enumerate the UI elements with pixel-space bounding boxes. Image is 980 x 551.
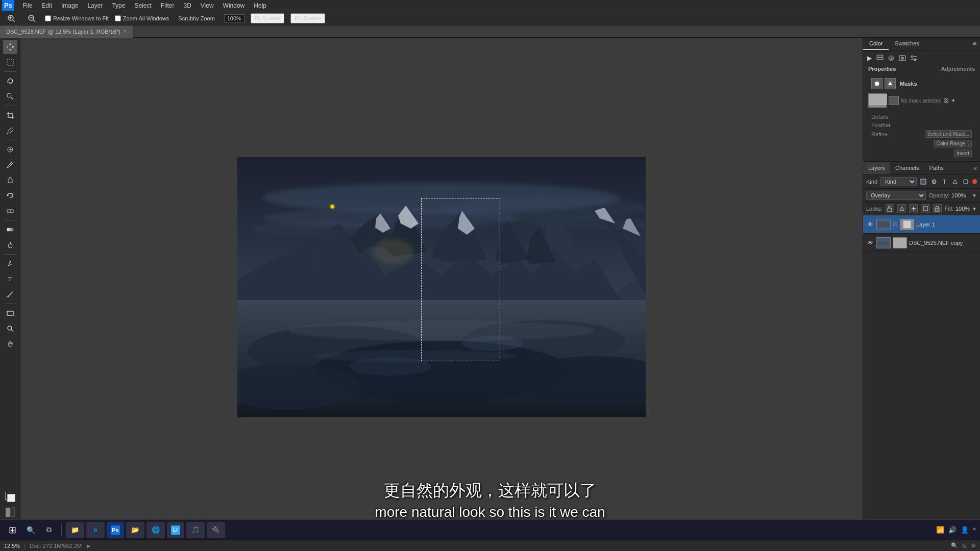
zoom-all-windows-checkbox[interactable]: Zoom All Windows xyxy=(115,15,169,21)
path-selection-tool[interactable] xyxy=(3,287,17,302)
foreground-background-color[interactable] xyxy=(3,490,17,504)
taskbar-lightroom-btn[interactable]: Lr xyxy=(167,522,184,538)
start-button[interactable]: ⊞ xyxy=(4,522,20,538)
tab-layers[interactable]: Layers xyxy=(863,162,890,174)
menu-window[interactable]: Window xyxy=(219,1,249,10)
select-mask-btn[interactable]: Select and Mask... xyxy=(925,130,972,138)
dodge-tool[interactable] xyxy=(3,238,17,252)
healing-brush-tool[interactable] xyxy=(3,142,17,157)
layer1-visibility-btn[interactable]: 👁 xyxy=(866,220,874,229)
volume-icon[interactable]: 🔊 xyxy=(948,526,957,534)
menu-view[interactable]: View xyxy=(197,1,218,10)
menu-layer[interactable]: Layer xyxy=(83,1,107,10)
status-icon-fx[interactable]: fx xyxy=(962,543,967,549)
taskbar-ps-btn[interactable]: Ps xyxy=(107,522,124,538)
filter-adjustment-btn[interactable] xyxy=(930,178,938,186)
opacity-arrow[interactable]: ▼ xyxy=(972,193,977,198)
layers-panel-icon[interactable] xyxy=(876,54,884,62)
taskbar-files-btn[interactable]: 📂 xyxy=(126,522,144,538)
brush-tool[interactable] xyxy=(3,158,17,172)
adjustment-icon[interactable] xyxy=(910,54,918,62)
taskbar-ie-btn[interactable]: e xyxy=(86,522,105,538)
mask-move-icon[interactable]: ✦ xyxy=(951,97,955,104)
network-icon[interactable]: 📶 xyxy=(936,526,944,534)
crop-tool[interactable] xyxy=(3,108,17,122)
filter-type-btn[interactable]: T xyxy=(941,178,948,186)
menu-edit[interactable]: Edit xyxy=(37,1,56,10)
layer-item-dsc[interactable]: 👁 DSC_9525.NEF copy xyxy=(863,234,980,252)
lock-transparent-btn[interactable] xyxy=(886,204,894,213)
tab-close-btn[interactable]: × xyxy=(124,29,127,34)
layer-item-layer1[interactable]: 👁 ⛓ Layer 1 xyxy=(863,215,980,234)
layers-collapse-btn[interactable]: « xyxy=(970,162,980,174)
status-arrow[interactable]: ► xyxy=(86,543,91,549)
canvas-area[interactable]: 更自然的外观，这样就可以了 more natural look so this … xyxy=(20,38,863,537)
eyedropper-tool[interactable] xyxy=(3,123,17,138)
filter-toggle-dot[interactable] xyxy=(972,179,977,184)
resize-windows-checkbox[interactable]: Resize Windows to Fit xyxy=(45,15,109,21)
mask-panel-icon[interactable] xyxy=(898,54,906,62)
hand-tool[interactable] xyxy=(3,337,17,351)
tab-channels[interactable]: Channels xyxy=(890,162,924,174)
blend-mode-select[interactable]: Overlay Normal Multiply Screen Soft Ligh… xyxy=(866,191,926,200)
zoom-out-btn[interactable] xyxy=(24,13,39,23)
filter-shape-btn[interactable] xyxy=(951,178,959,186)
zoom-tool-btn[interactable] xyxy=(4,13,18,23)
document-tab[interactable]: DSC_9528.NEF @ 12.5% (Layer 1, RGB/16*) … xyxy=(0,26,133,38)
menu-type[interactable]: Type xyxy=(108,1,129,10)
menu-select[interactable]: Select xyxy=(130,1,155,10)
taskbar-plugin-btn[interactable]: 🔌 xyxy=(207,522,225,538)
invert-btn[interactable]: Invert xyxy=(954,149,972,157)
lock-all-btn[interactable] xyxy=(933,204,942,213)
lock-artboard-btn[interactable] xyxy=(921,204,929,213)
eraser-tool[interactable] xyxy=(3,204,17,218)
pixel-mask-btn[interactable] xyxy=(871,78,883,89)
zoom-value-input[interactable] xyxy=(224,14,244,22)
filter-pixel-btn[interactable] xyxy=(920,178,927,186)
quick-select-tool[interactable] xyxy=(3,89,17,104)
chevron-icon[interactable]: ^ xyxy=(973,526,976,534)
quick-mask-mode-btn[interactable] xyxy=(3,505,17,519)
menu-file[interactable]: File xyxy=(18,1,36,10)
tab-color[interactable]: Color xyxy=(863,38,889,50)
kind-select[interactable]: Kind Name Effect Mode Attribute Color xyxy=(880,177,917,186)
tab-swatches[interactable]: Swatches xyxy=(889,38,925,50)
lock-image-btn[interactable] xyxy=(897,204,906,213)
lock-position-btn[interactable] xyxy=(909,204,918,213)
status-icon-settings[interactable]: ⚙ xyxy=(971,542,976,549)
clone-stamp-tool[interactable] xyxy=(3,173,17,187)
panel-options-btn[interactable]: ≡ xyxy=(969,38,980,49)
taskbar-search-btn[interactable]: 🔍 xyxy=(22,522,39,538)
taskbar-explorer-btn[interactable]: 📁 xyxy=(66,522,84,538)
fill-arrow[interactable]: ▼ xyxy=(972,206,977,212)
color-range-btn[interactable]: Color Range... xyxy=(934,140,972,147)
menu-filter[interactable]: Filter xyxy=(157,1,179,10)
fit-screen-btn[interactable]: Fit Screen xyxy=(251,13,284,23)
rectangular-marquee-tool[interactable] xyxy=(3,55,17,69)
taskbar-chrome-btn[interactable]: 🌐 xyxy=(146,522,165,538)
taskbar-task-view-btn[interactable]: ⧉ xyxy=(41,522,57,538)
move-tool[interactable] xyxy=(3,40,17,54)
text-tool[interactable]: T xyxy=(3,272,17,286)
filter-smart-btn[interactable] xyxy=(962,178,969,186)
background-color[interactable] xyxy=(7,494,15,502)
fill-screen-btn[interactable]: Fill Screen xyxy=(290,13,325,23)
history-brush-tool[interactable] xyxy=(3,188,17,203)
play-btn[interactable]: ▶ xyxy=(867,55,872,62)
zoom-tool[interactable] xyxy=(3,321,17,336)
gradient-tool[interactable] xyxy=(3,222,17,237)
mask-link-icon[interactable]: ⛓ xyxy=(943,97,949,104)
status-icon-search[interactable]: 🔍 xyxy=(951,542,958,549)
taskbar-media-btn[interactable]: 🎵 xyxy=(186,522,205,538)
tab-paths[interactable]: Paths xyxy=(924,162,949,174)
menu-help[interactable]: Help xyxy=(250,1,271,10)
rectangle-shape-tool[interactable] xyxy=(3,306,17,320)
lasso-tool[interactable] xyxy=(3,74,17,88)
vector-mask-btn[interactable] xyxy=(885,78,896,89)
menu-image[interactable]: Image xyxy=(57,1,82,10)
people-icon[interactable]: 👤 xyxy=(961,526,969,534)
menu-3d[interactable]: 3D xyxy=(179,1,195,10)
dsc-layer-visibility-btn[interactable]: 👁 xyxy=(866,239,874,247)
pen-tool[interactable] xyxy=(3,257,17,271)
channels-panel-icon[interactable] xyxy=(887,54,895,62)
